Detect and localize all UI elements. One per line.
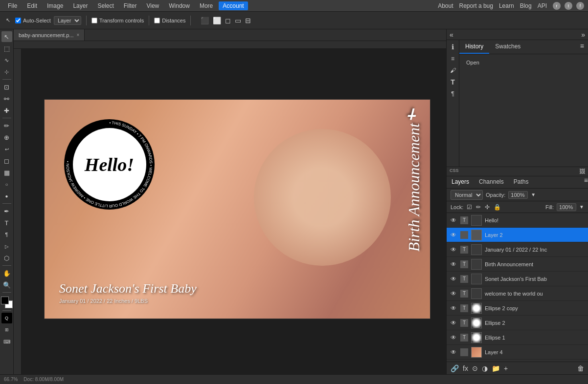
- lock-brush-icon[interactable]: ✏: [475, 203, 481, 211]
- tool-heal[interactable]: ✚: [1, 105, 12, 116]
- add-style-btn[interactable]: fx: [463, 364, 468, 372]
- align-right-btn[interactable]: ◻: [224, 16, 232, 25]
- align-top-btn[interactable]: ▭: [234, 16, 242, 25]
- layer-row[interactable]: 👁TSonet Jackson's First Bab: [447, 272, 588, 286]
- foreground-color[interactable]: [1, 297, 9, 304]
- menu-select[interactable]: Select: [93, 1, 117, 10]
- tool-shape[interactable]: ⬡: [1, 253, 12, 263]
- move-tool-btn[interactable]: ↖: [4, 16, 12, 24]
- color-picker[interactable]: [1, 297, 13, 308]
- layers-icon[interactable]: ≡: [448, 54, 458, 64]
- tool-lasso[interactable]: ∿: [1, 55, 12, 65]
- tool-move[interactable]: ↖: [1, 31, 12, 42]
- layer-visibility-btn[interactable]: 👁: [450, 304, 457, 312]
- layer-row[interactable]: 👁TEllipse 2 copy: [447, 301, 588, 316]
- auto-select-checkbox[interactable]: Auto-Select: [15, 18, 51, 23]
- tool-eyedropper[interactable]: ⚯: [1, 93, 12, 104]
- align-left-btn[interactable]: ⬛: [200, 16, 210, 25]
- panel-collapse-right[interactable]: »: [581, 31, 585, 39]
- layer-visibility-btn[interactable]: 👁: [450, 231, 457, 239]
- layer-visibility-btn[interactable]: 👁: [450, 260, 457, 268]
- add-mask-btn[interactable]: ⊙: [472, 364, 478, 372]
- tool-dodge[interactable]: ●: [1, 191, 12, 201]
- distances-input[interactable]: [154, 18, 160, 23]
- new-adjustment-btn[interactable]: ◑: [482, 364, 488, 372]
- layer-visibility-btn[interactable]: 👁: [450, 216, 457, 224]
- lock-move-icon[interactable]: ✢: [484, 203, 490, 211]
- tool-mask-mode[interactable]: Q: [1, 313, 12, 323]
- fill-arrow[interactable]: ▼: [579, 204, 584, 210]
- menu-learn[interactable]: Learn: [499, 2, 514, 9]
- layer-row[interactable]: 👁Layer 2: [447, 228, 588, 242]
- tool-hand[interactable]: ✋: [1, 268, 12, 278]
- menu-window[interactable]: Window: [165, 1, 194, 10]
- canvas-tab[interactable]: baby-annuncement.p... ×: [14, 29, 85, 41]
- layer-visibility-btn[interactable]: 👁: [450, 275, 457, 283]
- layer-row[interactable]: 👁THello!: [447, 213, 588, 228]
- menu-filter[interactable]: Filter: [120, 1, 141, 10]
- layer-row[interactable]: 👁Layer 4: [447, 345, 588, 360]
- lp-tab-paths[interactable]: Paths: [509, 176, 534, 188]
- layer-visibility-btn[interactable]: 👁: [450, 334, 457, 341]
- menu-report-bug[interactable]: Report a bug: [459, 2, 493, 9]
- distribute-btn[interactable]: ⊟: [244, 16, 252, 25]
- info-icon[interactable]: ℹ: [448, 42, 458, 52]
- menu-file[interactable]: File: [4, 1, 21, 10]
- tool-path[interactable]: ▷: [1, 241, 12, 252]
- menu-layer[interactable]: Layer: [69, 1, 91, 10]
- tool-keyboard[interactable]: ⌨: [1, 336, 12, 347]
- tool-paragraph[interactable]: ¶: [1, 229, 12, 240]
- lp-tab-channels[interactable]: Channels: [474, 176, 509, 188]
- link-layers-btn[interactable]: 🔗: [451, 364, 459, 372]
- tool-crop[interactable]: ⊡: [1, 82, 12, 92]
- tool-pen[interactable]: ✒: [1, 206, 12, 216]
- align-center-btn[interactable]: ⬜: [212, 16, 222, 25]
- new-layer-btn[interactable]: +: [504, 364, 508, 372]
- panel-menu-btn[interactable]: ≡: [576, 40, 588, 54]
- twitter-icon[interactable]: t: [565, 2, 572, 10]
- canvas-image[interactable]: Hello! • THIS SUNDAY • 7 PM ONWARDS • WE…: [44, 99, 430, 319]
- auto-select-input[interactable]: [15, 18, 21, 23]
- tool-history-brush[interactable]: ↩: [1, 144, 12, 154]
- menu-api[interactable]: API: [538, 2, 547, 9]
- layer-row[interactable]: 👁TEllipse 1: [447, 330, 588, 345]
- transform-controls-checkbox[interactable]: Transform controls: [91, 18, 144, 23]
- menu-view[interactable]: View: [142, 1, 163, 10]
- tab-history[interactable]: History: [459, 40, 489, 54]
- layer-row[interactable]: 👁TJanuary 01 / 2022 / 22 Inc: [447, 242, 588, 257]
- history-item-open[interactable]: Open: [463, 58, 584, 67]
- paragraph-icon-side[interactable]: ¶: [448, 89, 458, 99]
- tool-zoom[interactable]: 🔍: [1, 279, 12, 290]
- layer-visibility-btn[interactable]: 👁: [450, 246, 457, 254]
- brush-icon-side[interactable]: 🖌: [448, 65, 458, 75]
- lock-check-icon[interactable]: ☑: [466, 203, 473, 211]
- menu-image[interactable]: Image: [43, 1, 67, 10]
- menu-account[interactable]: Account: [219, 1, 248, 10]
- reddit-icon[interactable]: r: [553, 2, 561, 10]
- delete-layer-btn[interactable]: 🗑: [577, 364, 584, 372]
- tab-close-btn[interactable]: ×: [77, 32, 80, 38]
- layer-row[interactable]: 👁TEllipse 2: [447, 316, 588, 330]
- new-group-btn[interactable]: 📁: [492, 364, 500, 372]
- menu-more[interactable]: More: [196, 1, 217, 10]
- lp-tab-layers[interactable]: Layers: [447, 176, 474, 188]
- tool-clone[interactable]: ⊕: [1, 132, 12, 143]
- menu-edit[interactable]: Edit: [23, 1, 41, 10]
- menu-about[interactable]: About: [438, 2, 453, 9]
- menu-blog[interactable]: Blog: [520, 2, 532, 9]
- tool-text[interactable]: T: [1, 217, 12, 228]
- layer-row[interactable]: 👁Twelcome to the world ou: [447, 286, 588, 301]
- layers-panel-menu[interactable]: ≡: [584, 176, 588, 188]
- panel-collapse-left[interactable]: «: [450, 31, 453, 39]
- tool-gradient[interactable]: ▦: [1, 167, 12, 178]
- tool-eraser[interactable]: ◻: [1, 155, 12, 166]
- lock-all-icon[interactable]: 🔒: [493, 203, 501, 211]
- tool-brush[interactable]: ✏: [1, 120, 12, 131]
- tool-marquee[interactable]: ⬚: [1, 43, 12, 54]
- opacity-input[interactable]: [508, 191, 528, 199]
- layer-visibility-btn[interactable]: 👁: [450, 290, 457, 298]
- layer-select[interactable]: Layer: [54, 16, 81, 25]
- opacity-arrow[interactable]: ▼: [531, 192, 536, 197]
- text-icon-side[interactable]: T: [448, 77, 458, 87]
- blend-mode-select[interactable]: Normal: [451, 190, 483, 200]
